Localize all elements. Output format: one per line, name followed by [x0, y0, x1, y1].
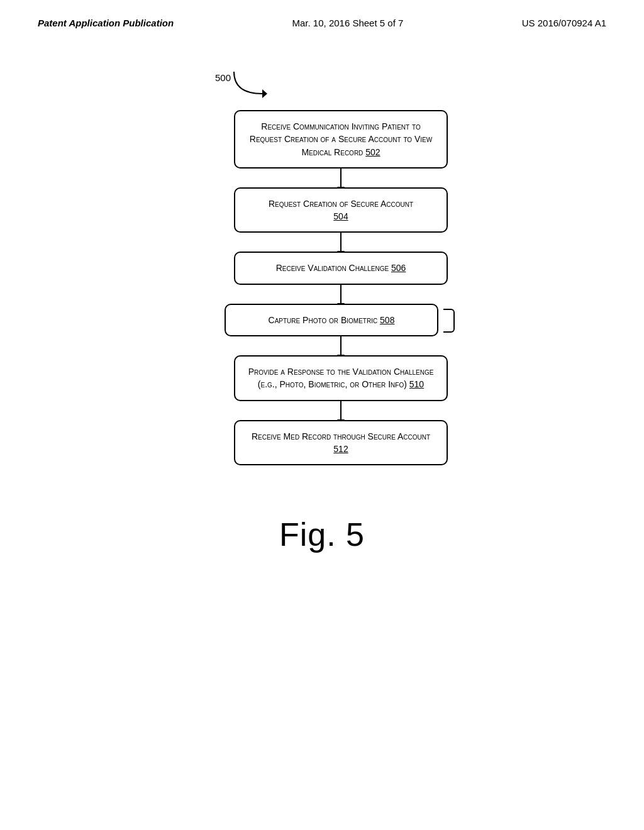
box-502: Receive Communication Inviting Patient t… [234, 110, 448, 169]
box-506: Receive Validation Challenge 506 [234, 252, 448, 284]
arrow-506-508 [340, 285, 341, 304]
figure-label: Fig. 5 [279, 516, 365, 553]
arrow-504-506 [340, 233, 341, 252]
svg-marker-0 [262, 89, 267, 98]
capture-side-decoration [443, 309, 455, 333]
box-504: Request Creation of Secure Account 504 [234, 187, 448, 233]
diagram-area: 500 Receive Communication Inviting Patie… [0, 28, 644, 553]
box-508-num: 508 [380, 315, 394, 325]
figure-caption: Fig. 5 [279, 516, 365, 553]
box-508-wrapper: Capture Photo or Biometric 508 [225, 304, 457, 336]
arrow-502-504 [340, 169, 341, 187]
box-508: Capture Photo or Biometric 508 [225, 304, 438, 336]
flow-container: Receive Communication Inviting Patient t… [234, 110, 448, 465]
header-patent-number: US 2016/070924 A1 [522, 18, 606, 28]
box-512-num: 512 [333, 444, 348, 454]
box-512-text: Receive Med Record through Secure Accoun… [252, 431, 430, 441]
box-512: Receive Med Record through Secure Accoun… [234, 420, 448, 466]
box-506-text: Receive Validation Challenge [276, 263, 389, 273]
box-510-text: Provide a Response to the Validation Cha… [248, 367, 434, 389]
box-502-text: Receive Communication Inviting Patient t… [250, 121, 432, 157]
box-502-num: 502 [365, 147, 380, 157]
start-arrow-icon [228, 69, 278, 103]
header-publication-label: Patent Application Publication [38, 18, 174, 28]
box-506-num: 506 [391, 263, 406, 273]
box-508-text: Capture Photo or Biometric [269, 315, 378, 325]
arrow-510-512 [340, 401, 341, 420]
box-510-num: 510 [409, 379, 424, 389]
arrow-508-510 [340, 336, 341, 355]
box-510: Provide a Response to the Validation Cha… [234, 355, 448, 401]
header-date-sheet: Mar. 10, 2016 Sheet 5 of 7 [292, 18, 404, 28]
box-504-text: Request Creation of Secure Account [269, 199, 413, 209]
box-504-num: 504 [333, 211, 348, 221]
page-header: Patent Application Publication Mar. 10, … [0, 0, 644, 28]
